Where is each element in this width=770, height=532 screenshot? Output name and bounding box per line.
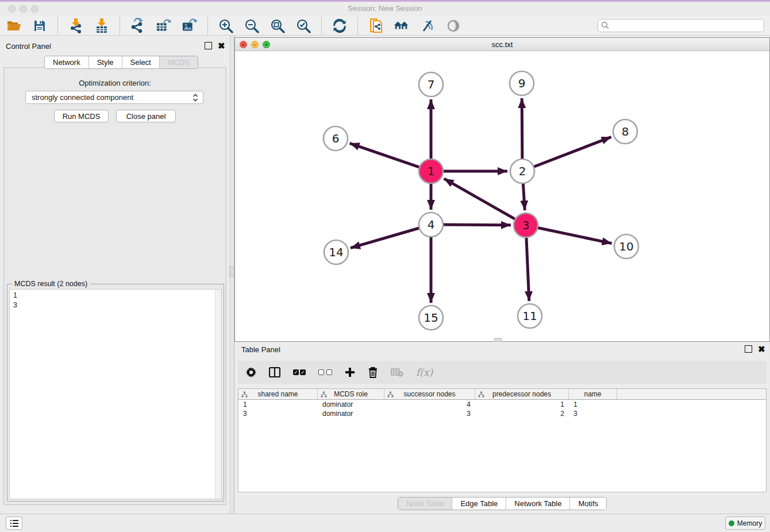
graph-node-4[interactable]: 4 <box>419 213 443 237</box>
table-cell[interactable]: 1 <box>475 400 569 408</box>
edge-2-8[interactable] <box>532 137 611 167</box>
import-table-icon[interactable] <box>94 18 110 34</box>
select-all-columns-icon[interactable]: ✓✓ <box>293 369 306 375</box>
column-header-name[interactable]: name <box>569 389 617 399</box>
graph-node-7[interactable]: 7 <box>419 72 443 97</box>
birds-eye-icon[interactable] <box>445 18 461 34</box>
zoom-in-icon[interactable] <box>218 18 234 34</box>
table-cell[interactable]: 2 <box>475 410 569 418</box>
column-sort-icon[interactable] <box>241 391 248 399</box>
node-label: 9 <box>518 76 526 90</box>
column-header-label: predecessor nodes <box>492 390 551 398</box>
tab-network-table[interactable]: Network Table <box>506 498 569 510</box>
result-scrollbar[interactable] <box>215 290 221 499</box>
export-image-icon[interactable] <box>182 18 198 34</box>
table-options-gear-icon[interactable] <box>246 367 256 377</box>
import-network-icon[interactable] <box>68 18 84 34</box>
column-sort-icon[interactable] <box>478 391 484 399</box>
table-cell[interactable]: dominator <box>318 400 384 408</box>
create-column-icon[interactable] <box>345 367 355 377</box>
table-panel-tabs: Node TableEdge TableNetwork TableMotifs <box>234 497 770 510</box>
close-table-panel-icon[interactable]: ✖ <box>758 345 765 353</box>
zoom-selected-icon[interactable] <box>295 18 311 34</box>
refresh-layout-icon[interactable] <box>332 18 348 34</box>
column-header-label: shared name <box>257 390 298 398</box>
table-cell[interactable]: 3 <box>238 410 318 418</box>
memory-status-icon <box>729 521 734 526</box>
table-row[interactable]: 3dominator323 <box>238 409 766 418</box>
tab-mcds[interactable]: MCDS <box>159 56 198 68</box>
network-graph-canvas[interactable]: 7968124314101511 <box>235 51 769 341</box>
column-header-predecessor-nodes[interactable]: predecessor nodes <box>475 389 569 399</box>
new-network-icon[interactable] <box>368 18 384 34</box>
edge-4-3[interactable] <box>441 225 511 225</box>
edge-3-1[interactable] <box>444 179 517 220</box>
float-table-panel-icon[interactable] <box>745 345 752 353</box>
task-history-button[interactable] <box>6 516 22 530</box>
column-sort-icon[interactable] <box>387 391 394 399</box>
table-cell[interactable]: 3 <box>384 410 475 418</box>
network-window-titlebar[interactable]: × − + scc.txt <box>235 38 769 51</box>
tab-select[interactable]: Select <box>122 56 159 68</box>
node-label: 11 <box>522 309 537 323</box>
tab-style[interactable]: Style <box>88 56 122 68</box>
open-session-icon[interactable] <box>6 18 22 34</box>
titlebar-accent-strip <box>0 0 770 2</box>
table-cell[interactable]: 4 <box>384 400 475 408</box>
zoom-out-icon[interactable] <box>244 18 260 34</box>
edge-4-14[interactable] <box>351 228 421 248</box>
vertical-splitter-handle[interactable] <box>229 267 234 277</box>
tab-node-table[interactable]: Node Table <box>398 498 452 510</box>
save-session-icon[interactable] <box>32 18 48 34</box>
graph-node-2[interactable]: 2 <box>510 159 534 183</box>
tab-edge-table[interactable]: Edge Table <box>452 498 506 510</box>
edge-1-6[interactable] <box>350 143 421 168</box>
table-header-row[interactable]: shared nameMCDS rolesuccessor nodesprede… <box>238 389 766 400</box>
edge-2-9[interactable] <box>522 98 522 161</box>
table-cell[interactable]: dominator <box>318 410 384 418</box>
close-panel-button[interactable]: Close panel <box>116 110 176 122</box>
zoom-fit-icon[interactable] <box>270 18 286 34</box>
column-header-shared-name[interactable]: shared name <box>238 389 318 399</box>
column-header-MCDS-role[interactable]: MCDS role <box>318 389 384 399</box>
graph-node-10[interactable]: 10 <box>614 234 638 259</box>
control-panel-title: Control Panel <box>6 42 51 51</box>
export-table-icon[interactable] <box>156 18 172 34</box>
graph-node-8[interactable]: 8 <box>613 119 637 144</box>
search-input[interactable] <box>598 19 764 32</box>
table-row[interactable]: 1dominator411 <box>238 400 766 409</box>
graph-node-9[interactable]: 9 <box>510 71 534 95</box>
edge-2-3[interactable] <box>523 182 525 210</box>
edge-3-10[interactable] <box>536 228 612 244</box>
memory-button[interactable]: Memory <box>725 516 765 530</box>
export-network-icon[interactable] <box>130 18 146 34</box>
tab-motifs[interactable]: Motifs <box>569 498 606 510</box>
graph-node-11[interactable]: 11 <box>518 304 542 328</box>
float-panel-icon[interactable] <box>205 42 212 49</box>
hide-details-icon[interactable] <box>419 18 436 34</box>
column-sort-icon[interactable] <box>321 391 327 399</box>
graph-node-3[interactable]: 3 <box>514 213 538 237</box>
toolbar-separator <box>207 17 208 34</box>
graph-node-15[interactable]: 15 <box>419 306 443 330</box>
home-view-icon[interactable] <box>394 18 410 34</box>
node-table[interactable]: shared nameMCDS rolesuccessor nodesprede… <box>238 388 767 492</box>
close-panel-icon[interactable]: ✖ <box>218 42 225 49</box>
show-column-panel-icon[interactable] <box>269 367 280 377</box>
mcds-result-list[interactable]: 13 <box>9 289 222 499</box>
tab-network[interactable]: Network <box>45 56 88 68</box>
graph-node-6[interactable]: 6 <box>324 126 348 151</box>
edge-3-11[interactable] <box>526 236 529 301</box>
run-mcds-button[interactable]: Run MCDS <box>54 110 109 122</box>
table-cell[interactable]: 1 <box>569 400 617 408</box>
graph-node-1[interactable]: 1 <box>419 159 443 183</box>
node-label: 4 <box>428 218 435 232</box>
table-cell[interactable]: 1 <box>238 400 318 408</box>
optimization-criterion-select[interactable]: strongly connected component <box>25 91 203 104</box>
table-cell[interactable]: 3 <box>569 410 617 418</box>
graph-node-14[interactable]: 14 <box>324 240 348 264</box>
unselect-all-columns-icon[interactable] <box>318 369 332 375</box>
column-header-successor-nodes[interactable]: successor nodes <box>384 389 475 399</box>
delete-columns-icon[interactable] <box>368 367 378 378</box>
horizontal-splitter-handle[interactable] <box>494 338 502 342</box>
